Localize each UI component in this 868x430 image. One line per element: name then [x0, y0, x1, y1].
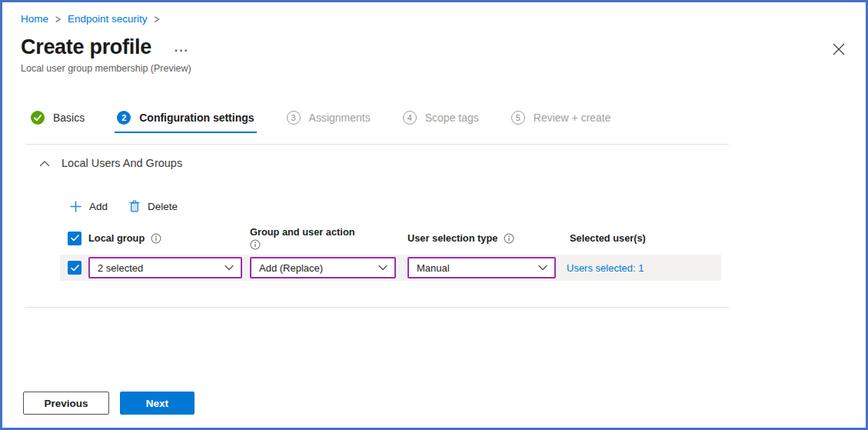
step-number-badge: 2 — [117, 111, 131, 125]
next-button[interactable]: Next — [120, 392, 195, 415]
section-local-users-and-groups[interactable]: Local Users And Groups — [39, 157, 847, 169]
page-title: Create profile — [21, 35, 151, 59]
delete-button-label: Delete — [148, 201, 178, 212]
previous-button[interactable]: Previous — [23, 392, 109, 415]
info-icon[interactable] — [250, 239, 384, 250]
step-configuration-settings[interactable]: 2 Configuration settings — [115, 111, 256, 133]
local-groups-table: Local group Group and user action User s… — [60, 226, 721, 281]
delete-button[interactable]: Delete — [129, 200, 178, 212]
trash-icon — [129, 200, 140, 212]
table-header-row: Local group Group and user action User s… — [60, 226, 721, 250]
step-label: Basics — [53, 112, 85, 124]
wizard-footer: Previous Next — [23, 392, 195, 415]
more-options-icon[interactable]: ··· — [175, 44, 189, 58]
column-header-group-action: Group and user action — [250, 226, 407, 250]
section-bottom-divider — [25, 307, 729, 308]
step-assignments[interactable]: 3 Assignments — [284, 111, 373, 133]
step-scope-tags[interactable]: 4 Scope tags — [401, 111, 481, 133]
info-icon[interactable] — [151, 233, 161, 244]
step-review-create[interactable]: 5 Review + create — [509, 111, 614, 133]
selection-type-dropdown[interactable]: Manual — [407, 257, 556, 278]
step-number-badge: 4 — [403, 111, 417, 125]
step-label: Assignments — [309, 112, 371, 124]
breadcrumb-separator: > — [55, 12, 61, 26]
column-header-selected-users: Selected user(s) — [566, 232, 721, 244]
tabs-divider — [25, 144, 729, 145]
step-complete-check-icon — [31, 111, 45, 125]
column-header-local-group: Local group — [88, 232, 250, 244]
create-profile-panel: Home > Endpoint security > Create profil… — [0, 0, 868, 430]
breadcrumb: Home > Endpoint security > — [21, 13, 847, 25]
step-number-badge: 3 — [287, 111, 301, 125]
row-checkbox[interactable] — [68, 261, 81, 275]
chevron-down-icon — [378, 265, 387, 271]
chevron-down-icon — [538, 265, 547, 271]
chevron-down-icon — [224, 265, 234, 271]
breadcrumb-endpoint-security[interactable]: Endpoint security — [68, 13, 148, 25]
table-row: 2 selected Add (Replace) — [60, 255, 721, 281]
users-selected-link[interactable]: Users selected: 1 — [566, 262, 644, 274]
group-action-dropdown[interactable]: Add (Replace) — [250, 257, 396, 278]
wizard-steps: Basics 2 Configuration settings 3 Assign… — [28, 111, 847, 133]
breadcrumb-home[interactable]: Home — [21, 13, 48, 25]
chevron-up-icon — [39, 160, 50, 167]
section-title: Local Users And Groups — [62, 157, 182, 169]
profile-subtitle: Local user group membership (Preview) — [21, 63, 847, 74]
close-icon[interactable] — [830, 41, 847, 58]
step-label: Review + create — [534, 112, 611, 124]
step-label: Scope tags — [425, 112, 479, 124]
select-all-checkbox[interactable] — [68, 232, 81, 245]
info-icon[interactable] — [504, 233, 514, 244]
step-basics[interactable]: Basics — [28, 111, 87, 133]
column-header-selection-type: User selection type — [407, 232, 566, 244]
add-button[interactable]: Add — [70, 201, 108, 212]
breadcrumb-separator: > — [155, 12, 160, 26]
local-group-dropdown[interactable]: 2 selected — [88, 257, 242, 278]
step-label: Configuration settings — [139, 112, 254, 124]
plus-icon — [70, 201, 81, 212]
table-toolbar: Add Delete — [70, 200, 847, 212]
add-button-label: Add — [89, 201, 108, 212]
step-number-badge: 5 — [511, 111, 525, 125]
